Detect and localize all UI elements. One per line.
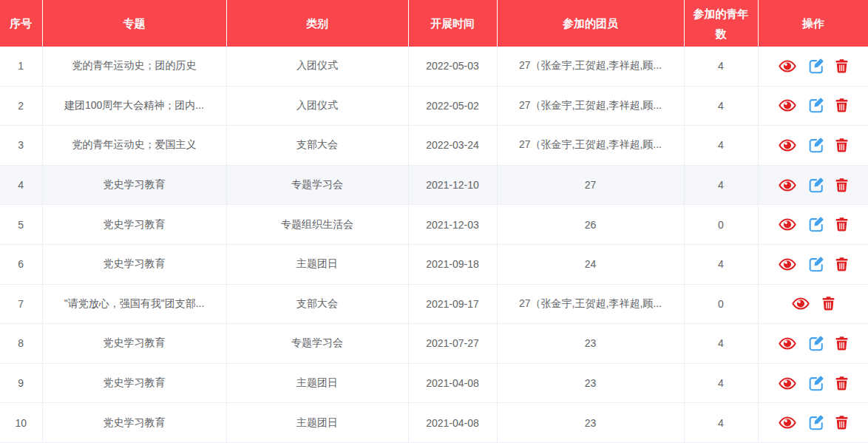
delete-button[interactable] [834, 58, 850, 75]
cell-youth: 4 [684, 363, 758, 403]
table-row: 9党史学习教育主题团日2021-04-08234 [0, 363, 868, 403]
delete-button[interactable] [834, 137, 850, 154]
view-button[interactable] [777, 335, 798, 352]
delete-button[interactable] [821, 295, 836, 312]
col-header-seq: 序号 [0, 0, 42, 47]
cell-category: 主题团日 [226, 403, 408, 443]
cell-members: 27（张金宇,王贺超,李祥超,顾... [497, 126, 684, 166]
cell-actions [758, 205, 868, 245]
cell-seq: 3 [0, 126, 42, 166]
cell-actions [758, 284, 868, 324]
view-button[interactable] [777, 414, 798, 431]
delete-button[interactable] [834, 177, 850, 194]
cell-topic: 党的青年运动史；爱国主义 [42, 126, 226, 166]
edit-button[interactable] [807, 256, 824, 273]
delete-button[interactable] [834, 414, 850, 431]
col-header-date: 开展时间 [408, 0, 497, 47]
cell-category: 专题学习会 [226, 165, 408, 205]
view-button[interactable] [777, 58, 798, 75]
edit-button[interactable] [807, 375, 824, 392]
eye-icon [777, 375, 798, 392]
edit-icon [807, 137, 824, 154]
edit-button[interactable] [807, 216, 824, 233]
trash-icon [821, 295, 836, 312]
activity-records-table: 序号 专题 类别 开展时间 参加的团员 参加的青年数 操作 1党的青年运动史；团… [0, 0, 868, 443]
trash-icon [834, 375, 850, 392]
cell-category: 专题组织生活会 [226, 205, 408, 245]
cell-members: 23 [497, 403, 684, 443]
trash-icon [834, 58, 850, 75]
trash-icon [834, 177, 850, 194]
cell-seq: 6 [0, 244, 42, 284]
trash-icon [834, 137, 850, 154]
row-actions [764, 375, 863, 392]
cell-members: 23 [497, 324, 684, 364]
row-actions [764, 414, 863, 431]
cell-youth: 4 [684, 165, 758, 205]
row-actions [764, 216, 863, 233]
table-row: 6党史学习教育主题团日2021-09-18244 [0, 244, 868, 284]
edit-button[interactable] [807, 137, 824, 154]
cell-actions [758, 403, 868, 443]
table-body: 1党的青年运动史；团的历史入团仪式2022-05-0327（张金宇,王贺超,李祥… [0, 47, 868, 442]
view-button[interactable] [777, 375, 798, 392]
cell-members: 27（张金宇,王贺超,李祥超,顾... [497, 47, 684, 86]
cell-youth: 4 [684, 403, 758, 443]
eye-icon [777, 414, 798, 431]
edit-button[interactable] [807, 58, 824, 75]
cell-members: 27 [497, 165, 684, 205]
table-row: 1党的青年运动史；团的历史入团仪式2022-05-0327（张金宇,王贺超,李祥… [0, 47, 868, 86]
edit-button[interactable] [807, 97, 824, 114]
row-actions [764, 137, 863, 154]
view-button[interactable] [777, 97, 798, 114]
edit-button[interactable] [807, 414, 824, 431]
edit-button[interactable] [807, 335, 824, 352]
delete-button[interactable] [834, 375, 850, 392]
row-actions [764, 97, 863, 114]
row-actions [764, 177, 863, 194]
table-row: 3党的青年运动史；爱国主义支部大会2022-03-2427（张金宇,王贺超,李祥… [0, 126, 868, 166]
cell-members: 26 [497, 205, 684, 245]
delete-button[interactable] [834, 216, 850, 233]
table-row: 5党史学习教育专题组织生活会2021-12-03260 [0, 205, 868, 245]
view-button[interactable] [777, 177, 798, 194]
cell-seq: 4 [0, 165, 42, 205]
cell-actions [758, 86, 868, 126]
cell-actions [758, 244, 868, 284]
view-button[interactable] [777, 216, 798, 233]
cell-seq: 9 [0, 363, 42, 403]
cell-category: 入团仪式 [226, 86, 408, 126]
eye-icon [777, 58, 798, 75]
edit-button[interactable] [807, 177, 824, 194]
table-row: 10党史学习教育主题团日2021-04-08234 [0, 403, 868, 443]
edit-icon [807, 414, 824, 431]
delete-button[interactable] [834, 335, 850, 352]
eye-icon [777, 256, 798, 273]
view-button[interactable] [777, 137, 798, 154]
view-button[interactable] [777, 256, 798, 273]
trash-icon [834, 335, 850, 352]
cell-youth: 4 [684, 126, 758, 166]
cell-category: 主题团日 [226, 244, 408, 284]
trash-icon [834, 414, 850, 431]
edit-icon [807, 177, 824, 194]
cell-date: 2021-12-10 [408, 165, 497, 205]
eye-icon [777, 216, 798, 233]
edit-icon [807, 256, 824, 273]
delete-button[interactable] [834, 97, 850, 114]
cell-topic: 党史学习教育 [42, 363, 226, 403]
table-row: 7"请党放心，强国有我"团支部...支部大会2021-09-1727（张金宇,王… [0, 284, 868, 324]
cell-topic: 党史学习教育 [42, 205, 226, 245]
cell-actions [758, 126, 868, 166]
activity-records-table-screen: 序号 专题 类别 开展时间 参加的团员 参加的青年数 操作 1党的青年运动史；团… [0, 0, 868, 443]
cell-youth: 0 [684, 205, 758, 245]
trash-icon [834, 216, 850, 233]
col-header-actions: 操作 [758, 0, 868, 47]
cell-youth: 4 [684, 86, 758, 126]
cell-topic: 党史学习教育 [42, 244, 226, 284]
cell-date: 2021-04-08 [408, 363, 497, 403]
view-button[interactable] [790, 295, 811, 312]
delete-button[interactable] [834, 256, 850, 273]
cell-topic: 党的青年运动史；团的历史 [42, 47, 226, 86]
cell-youth: 4 [684, 244, 758, 284]
